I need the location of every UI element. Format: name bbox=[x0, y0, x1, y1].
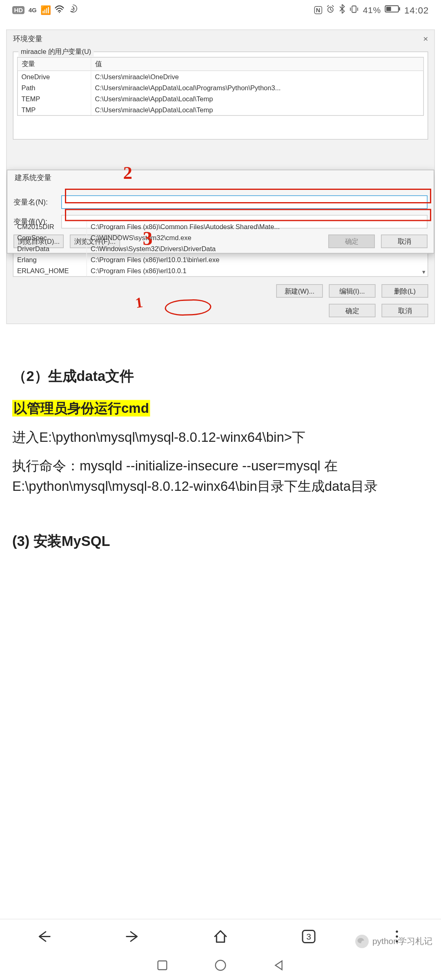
var-value: C:\Program Files (x86)\erl10.0.1 bbox=[87, 265, 428, 276]
tab-count: 3 bbox=[302, 929, 316, 943]
svg-rect-4 bbox=[399, 7, 400, 11]
close-icon[interactable]: × bbox=[423, 34, 428, 45]
annotation-box-value bbox=[65, 209, 431, 221]
svg-rect-11 bbox=[158, 961, 167, 970]
back-button[interactable] bbox=[36, 928, 53, 945]
highlight-run-as-admin: 以管理员身份运行cmd bbox=[12, 400, 150, 416]
forward-button[interactable] bbox=[124, 928, 141, 945]
var-value: C:\Users\miraacle\AppData\Local\Programs… bbox=[91, 82, 423, 93]
var-value: C:\Users\miraacle\OneDrive bbox=[91, 71, 423, 82]
var-name-label: 变量名(N): bbox=[13, 197, 61, 207]
col-name-header[interactable]: 变量 bbox=[18, 58, 91, 71]
var-value: C:\Program Files (x86)\erl10.0.1\bin\erl… bbox=[87, 254, 428, 265]
page-content: 环境变量 × miraacle 的用户变量(U) 变量 值 OneDriveC:… bbox=[6, 29, 435, 919]
wifi-icon bbox=[54, 4, 64, 15]
table-row[interactable]: OneDriveC:\Users\miraacle\OneDrive bbox=[18, 71, 423, 82]
nfc-icon: N bbox=[314, 6, 323, 14]
network-label: 4G bbox=[29, 7, 37, 13]
table-row[interactable]: DriverDataC:\Windows\System32\Drivers\Dr… bbox=[13, 243, 428, 254]
var-value: C:\WINDOWS\system32\cmd.exe bbox=[87, 232, 428, 243]
var-name: OneDrive bbox=[18, 71, 91, 82]
svg-point-8 bbox=[396, 930, 398, 932]
nav-home-button[interactable] bbox=[214, 959, 227, 974]
var-value: C:\Users\miraacle\AppData\Local\Temp bbox=[91, 93, 423, 104]
var-name: TEMP bbox=[18, 93, 91, 104]
col-value-header[interactable]: 值 bbox=[91, 58, 423, 71]
system-vars-table: ▾ CM2015DIRC:\Program Files (x86)\Common… bbox=[13, 220, 428, 277]
table-row[interactable]: ErlangC:\Program Files (x86)\erl10.0.1\b… bbox=[13, 254, 428, 265]
sys-edit-button[interactable]: 编辑(I)... bbox=[329, 284, 376, 298]
var-value: C:\Windows\System32\Drivers\DriverData bbox=[87, 243, 428, 254]
annotation-2: 2 bbox=[123, 163, 133, 183]
user-vars-group-label: miraacle 的用户变量(U) bbox=[18, 47, 94, 57]
svg-point-10 bbox=[396, 940, 398, 942]
status-time: 14:02 bbox=[404, 4, 429, 15]
tabs-button[interactable]: 3 bbox=[300, 928, 317, 945]
dialog-ok-button[interactable]: 确定 bbox=[329, 304, 376, 317]
spiral-icon bbox=[68, 4, 78, 16]
env-vars-screenshot: 环境变量 × miraacle 的用户变量(U) 变量 值 OneDriveC:… bbox=[6, 29, 435, 324]
var-name: ERLANG_HOME bbox=[13, 265, 87, 276]
vibrate-icon bbox=[350, 4, 359, 15]
svg-point-9 bbox=[396, 935, 398, 937]
home-button[interactable] bbox=[212, 928, 229, 945]
dialog-title: 环境变量 bbox=[13, 34, 42, 45]
var-value: C:\Users\miraacle\AppData\Local\Temp bbox=[91, 104, 423, 115]
section-2-title: （2）生成data文件 bbox=[12, 366, 429, 387]
bluetooth-icon bbox=[339, 4, 346, 16]
var-name: CM2015DIR bbox=[13, 221, 87, 232]
dialog-titlebar: 环境变量 × bbox=[7, 30, 434, 48]
article-p2: 执行命令：mysqld --initialize-insecure --user… bbox=[12, 455, 429, 496]
section-3-title: (3) 安装MySQL bbox=[12, 530, 429, 551]
var-name: Path bbox=[18, 82, 91, 93]
var-value: C:\Program Files (x86)\Common Files\Auto… bbox=[87, 221, 428, 232]
sys-delete-button[interactable]: 删除(L) bbox=[382, 284, 428, 298]
var-name: TMP bbox=[18, 104, 91, 115]
table-row[interactable]: TMPC:\Users\miraacle\AppData\Local\Temp bbox=[18, 104, 423, 115]
svg-rect-2 bbox=[352, 6, 356, 12]
nav-back-button[interactable] bbox=[273, 960, 284, 973]
table-row[interactable]: TEMPC:\Users\miraacle\AppData\Local\Temp bbox=[18, 93, 423, 104]
svg-point-12 bbox=[216, 960, 226, 971]
new-var-dialog-title: 建系统变量 bbox=[13, 170, 428, 189]
table-row[interactable]: CM2015DIRC:\Program Files (x86)\Common F… bbox=[13, 221, 428, 232]
dialog-cancel-button[interactable]: 取消 bbox=[382, 304, 428, 317]
menu-button[interactable] bbox=[388, 928, 405, 945]
var-name: DriverData bbox=[13, 243, 87, 254]
system-nav-bar bbox=[0, 953, 441, 980]
var-name: Erlang bbox=[13, 254, 87, 265]
annotation-box-name bbox=[65, 189, 431, 203]
status-bar: HD 4G 📶 N 41% 14:02 bbox=[0, 0, 441, 20]
sys-new-button[interactable]: 新建(W)... bbox=[276, 284, 323, 298]
table-row[interactable]: PathC:\Users\miraacle\AppData\Local\Prog… bbox=[18, 82, 423, 93]
battery-percent: 41% bbox=[363, 5, 381, 15]
browser-bottom-bar: 3 bbox=[0, 919, 441, 953]
signal-icon: 📶 bbox=[40, 5, 51, 15]
var-name: ComSpec bbox=[13, 232, 87, 243]
user-vars-group: miraacle 的用户变量(U) 变量 值 OneDriveC:\Users\… bbox=[13, 51, 428, 140]
svg-point-0 bbox=[59, 12, 60, 13]
nav-recent-button[interactable] bbox=[157, 960, 168, 973]
battery-icon bbox=[385, 5, 401, 15]
annotation-3: 3 bbox=[143, 227, 153, 250]
hd-badge: HD bbox=[12, 6, 25, 14]
svg-rect-5 bbox=[386, 7, 391, 11]
alarm-icon bbox=[326, 4, 336, 16]
article-p1: 进入E:\python\mysql\mysql-8.0.12-winx64\bi… bbox=[12, 427, 429, 447]
article-body: （2）生成data文件 以管理员身份运行cmd 进入E:\python\mysq… bbox=[6, 324, 435, 552]
table-row[interactable]: ComSpecC:\WINDOWS\system32\cmd.exe bbox=[13, 232, 428, 243]
table-row[interactable]: ERLANG_HOMEC:\Program Files (x86)\erl10.… bbox=[13, 265, 428, 276]
